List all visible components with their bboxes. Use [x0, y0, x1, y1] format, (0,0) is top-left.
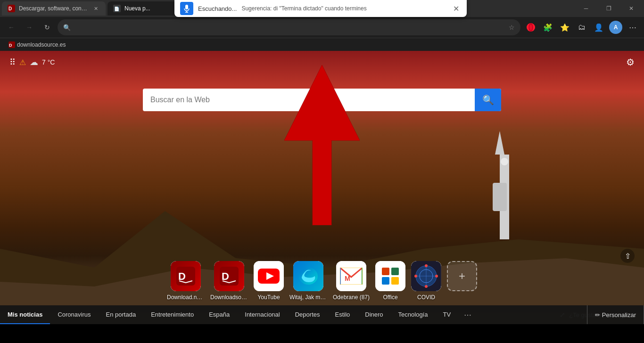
- customize-btn[interactable]: ✏ Personalizar: [587, 305, 644, 324]
- sd-icon-7: [411, 261, 441, 291]
- news-item-tecnologia[interactable]: Tecnología: [391, 305, 436, 324]
- speed-dial-container: D Download.net... D Downloadsour...: [167, 261, 477, 301]
- tab-2-title: Nueva p...: [124, 5, 174, 12]
- speed-dial-item-1[interactable]: D Download.net...: [167, 261, 205, 301]
- svg-marker-15: [495, 131, 504, 155]
- sd-label-4: Witaj, Jak moz...: [289, 294, 327, 301]
- dictation-suggestion-text: Sugerencia: di "Termina dictado" cuando …: [241, 5, 446, 12]
- tab-1[interactable]: D Descargar, software, controlado... ✕: [2, 1, 106, 16]
- svg-point-41: [425, 264, 428, 267]
- sd-icon-4: [293, 261, 323, 291]
- nav-right-icons: 🧩 ⭐ 🗂 👤 A ⋯: [523, 20, 640, 35]
- sd-edge-bg: [293, 261, 323, 291]
- sd-youtube-bg: [254, 261, 284, 291]
- news-item-en-portada[interactable]: En portada: [99, 305, 144, 324]
- weather-section: ⠿ ⚠ ☁ 7 °C: [9, 57, 55, 67]
- back-btn[interactable]: ←: [4, 20, 19, 35]
- speed-dial-item-5[interactable]: M Odebrane (87): [333, 261, 370, 301]
- sd-icon-6: [375, 261, 405, 291]
- sd-label-6: Office: [383, 294, 397, 301]
- speed-dial-item-4[interactable]: Witaj, Jak moz...: [289, 261, 327, 301]
- news-item-entretenimiento[interactable]: Entretenimiento: [143, 305, 201, 324]
- sd-gmail-bg: M: [336, 261, 366, 291]
- tab-1-favicon: D: [8, 5, 15, 12]
- profile-avatar: A: [609, 21, 622, 34]
- search-button[interactable]: 🔍: [475, 89, 501, 111]
- news-item-deportes[interactable]: Deportes: [288, 305, 328, 324]
- address-star-icon[interactable]: ☆: [509, 24, 515, 31]
- dictation-close-btn[interactable]: ✕: [451, 2, 461, 15]
- sd-label-7: COVID: [417, 294, 435, 301]
- sd-downloadsource2-bg: D: [214, 261, 244, 291]
- news-item-espana[interactable]: España: [201, 305, 237, 324]
- sd-downloadsource-bg: D: [171, 261, 201, 291]
- grid-icon[interactable]: ⠿: [9, 57, 16, 67]
- sd-add-btn[interactable]: +: [447, 261, 477, 291]
- address-bar[interactable]: 🔍 ☆: [58, 19, 520, 35]
- news-item-coronavirus[interactable]: Coronavirus: [50, 305, 98, 324]
- bookmark-downloadsource[interactable]: D downloadsource.es: [6, 41, 68, 49]
- dictation-listening-text: Escuchando...: [198, 5, 237, 12]
- news-item-tv[interactable]: TV: [435, 305, 458, 324]
- maximize-btn[interactable]: ❐: [598, 1, 619, 16]
- speed-dial-add-item[interactable]: + add: [447, 261, 477, 301]
- svg-rect-35: [391, 277, 399, 285]
- news-item-estilo[interactable]: Estilo: [327, 305, 357, 324]
- svg-rect-4: [185, 5, 188, 9]
- svg-rect-16: [493, 183, 507, 211]
- share-btn[interactable]: 👤: [591, 20, 606, 35]
- sd-covid-bg: [411, 261, 441, 291]
- profile-btn[interactable]: A: [608, 20, 623, 35]
- svg-text:📄: 📄: [114, 6, 120, 12]
- opera-icon-btn[interactable]: [523, 20, 538, 35]
- news-bar: Mis noticias Coronavirus En portada Entr…: [0, 305, 644, 324]
- bookmark-label: downloadsource.es: [17, 41, 66, 48]
- more-btn[interactable]: ⋯: [625, 20, 640, 35]
- svg-point-17: [501, 158, 508, 165]
- settings-icon[interactable]: ⚙: [626, 57, 635, 68]
- search-input[interactable]: [143, 96, 475, 104]
- tab-1-title: Descargar, software, controlado...: [19, 5, 88, 12]
- speed-dial-item-7[interactable]: COVID: [411, 261, 441, 301]
- svg-text:D: D: [9, 43, 12, 48]
- svg-text:D: D: [8, 6, 12, 11]
- speed-dial-item-3[interactable]: YouTube: [254, 261, 284, 301]
- top-overlay-bar: ⠿ ⚠ ☁ 7 °C ⚙: [0, 57, 644, 68]
- svg-point-43: [425, 285, 428, 288]
- svg-point-44: [414, 275, 417, 278]
- collections-btn[interactable]: 🗂: [574, 20, 589, 35]
- sd-office-bg: [375, 261, 405, 291]
- close-btn[interactable]: ✕: [620, 1, 642, 16]
- svg-rect-34: [382, 277, 389, 285]
- forward-btn[interactable]: →: [22, 20, 37, 35]
- sd-icon-5: M: [336, 261, 366, 291]
- svg-point-42: [435, 275, 438, 278]
- search-bar: 🔍: [143, 89, 501, 111]
- dictation-mic-icon: [180, 2, 193, 15]
- speed-dial-item-6[interactable]: Office: [375, 261, 405, 301]
- sd-icon-3: [254, 261, 284, 291]
- svg-point-9: [529, 24, 532, 30]
- collapse-speed-dial-btn[interactable]: ⇧: [620, 249, 635, 263]
- extensions-btn[interactable]: 🧩: [540, 20, 555, 35]
- svg-text:M: M: [345, 275, 350, 282]
- bookmark-bar: D downloadsource.es: [0, 38, 644, 51]
- news-item-mis-noticias[interactable]: Mis noticias: [0, 305, 50, 324]
- favorites-btn[interactable]: ⭐: [557, 20, 572, 35]
- sd-icon-1: D: [171, 261, 201, 291]
- sd-label-5: Odebrane (87): [333, 294, 370, 301]
- speed-dial-item-2[interactable]: D Downloadsour...: [210, 261, 248, 301]
- sd-label-1: Download.net...: [167, 294, 205, 301]
- news-item-dinero[interactable]: Dinero: [357, 305, 390, 324]
- svg-rect-33: [391, 268, 399, 275]
- title-bar: D Descargar, software, controlado... ✕ 📄…: [0, 0, 644, 17]
- news-more-btn[interactable]: ⋯: [458, 310, 477, 319]
- nav-bar: ← → ↻ 🔍 ☆ 🧩 ⭐ 🗂 👤 A ⋯: [0, 17, 644, 38]
- address-input[interactable]: [74, 24, 505, 31]
- address-search-icon: 🔍: [63, 24, 71, 31]
- news-item-internacional[interactable]: Internacional: [237, 305, 287, 324]
- reload-btn[interactable]: ↻: [40, 20, 55, 35]
- temperature-text: 7 °C: [42, 58, 55, 66]
- tab-1-close-btn[interactable]: ✕: [91, 4, 100, 13]
- minimize-btn[interactable]: ─: [575, 1, 597, 16]
